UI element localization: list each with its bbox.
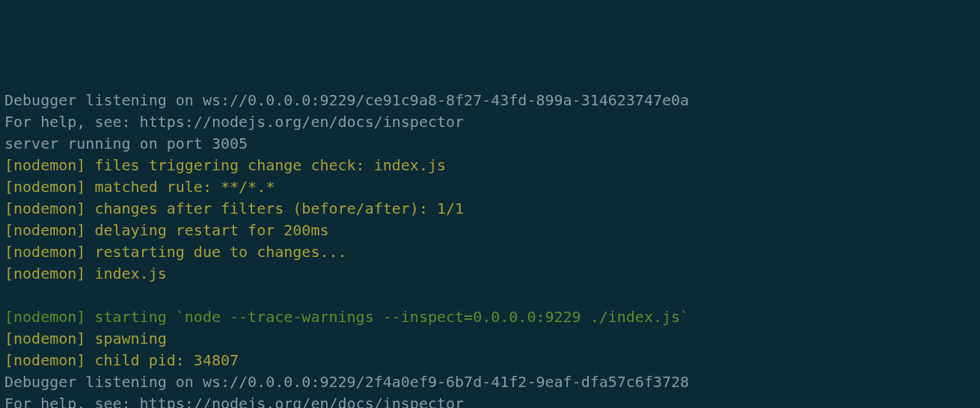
terminal-line: [nodemon] index.js <box>4 263 976 285</box>
terminal-line: Debugger listening on ws://0.0.0.0:9229/… <box>4 371 976 393</box>
terminal-line: For help, see: https://nodejs.org/en/doc… <box>4 393 976 408</box>
terminal-line: [nodemon] restarting due to changes... <box>4 241 976 263</box>
terminal-line: [nodemon] spawning <box>4 328 976 350</box>
terminal-line: Debugger listening on ws://0.0.0.0:9229/… <box>4 90 976 111</box>
terminal-line: For help, see: https://nodejs.org/en/doc… <box>4 111 976 133</box>
terminal-output[interactable]: Debugger listening on ws://0.0.0.0:9229/… <box>4 90 976 408</box>
terminal-line: server running on port 3005 <box>4 133 976 155</box>
terminal-line: [nodemon] starting `node --trace-warning… <box>4 306 976 328</box>
terminal-line: [nodemon] child pid: 34807 <box>4 350 976 371</box>
terminal-line: [nodemon] changes after filters (before/… <box>4 198 976 220</box>
terminal-line: [nodemon] files triggering change check:… <box>4 155 976 176</box>
terminal-line: [nodemon] delaying restart for 200ms <box>4 220 976 241</box>
terminal-line <box>4 285 976 306</box>
terminal-line: [nodemon] matched rule: **/*.* <box>4 176 976 198</box>
